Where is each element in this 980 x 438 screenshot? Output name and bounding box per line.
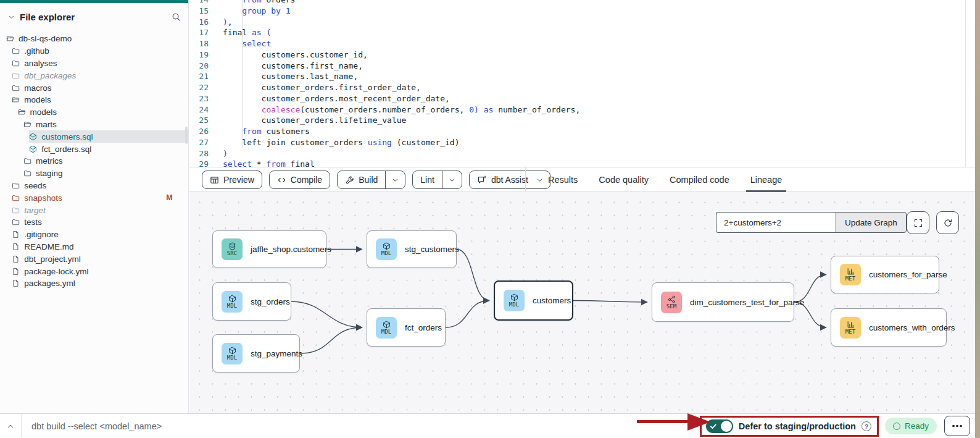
tab-code-quality[interactable]: Code quality bbox=[599, 167, 649, 192]
folder-icon bbox=[12, 194, 20, 202]
tree-item-label: metrics bbox=[36, 156, 63, 166]
tree-item-tests[interactable]: tests bbox=[12, 216, 188, 229]
tree-item-macros[interactable]: macros bbox=[12, 82, 188, 94]
code-line-14: 14 from orders bbox=[189, 0, 975, 6]
tree-item-label: packages.yml bbox=[24, 279, 75, 288]
lineage-node-for-parse[interactable]: METcustomers_for_parse bbox=[831, 256, 939, 293]
lint-dropdown[interactable] bbox=[442, 171, 462, 188]
tree-item-models[interactable]: models bbox=[12, 94, 188, 106]
lineage-node-fct-orders[interactable]: MDLfct_orders bbox=[367, 308, 446, 347]
node-type-badge-sem: SEM bbox=[661, 292, 682, 313]
lineage-node-dim-customers[interactable]: SEMdim_customers_test_for_parse bbox=[652, 282, 794, 322]
node-type-badge-mdl: MDL bbox=[504, 290, 525, 311]
code-line-26: 26 from customers bbox=[189, 126, 975, 137]
tree-item-label: README.md bbox=[24, 242, 73, 251]
sidebar-scrollbar[interactable] bbox=[185, 127, 188, 144]
line-number: 14 bbox=[189, 0, 217, 6]
line-number: 17 bbox=[189, 27, 217, 38]
code-line-28: 28) bbox=[189, 148, 975, 159]
lineage-node-stg-customers[interactable]: MDLstg_customers bbox=[367, 230, 457, 268]
lineage-panel: Update Graph SRCjaffle_shop.customersMDL… bbox=[189, 192, 975, 413]
refresh-icon bbox=[943, 218, 953, 228]
help-icon[interactable]: ? bbox=[861, 420, 872, 431]
line-number: 15 bbox=[189, 6, 217, 17]
chevron-down-icon[interactable] bbox=[7, 13, 15, 21]
code-line-16: 16), bbox=[189, 17, 975, 28]
tree-item-label: marts bbox=[36, 120, 57, 129]
tree-item-models[interactable]: models bbox=[18, 106, 188, 119]
fullscreen-button[interactable] bbox=[907, 211, 929, 234]
dbt-command-input[interactable] bbox=[22, 414, 700, 438]
status-badge[interactable]: Ready bbox=[885, 418, 937, 434]
build-label: Build bbox=[359, 175, 378, 185]
lint-button[interactable]: Lint bbox=[412, 171, 462, 189]
lineage-node-stg-orders[interactable]: MDLstg_orders bbox=[212, 282, 291, 321]
tree-item-metrics[interactable]: metrics bbox=[23, 155, 188, 167]
tree-item-staging[interactable]: staging bbox=[23, 167, 188, 180]
code-editor[interactable]: 14 from orders15 group by 116),17final a… bbox=[189, 0, 975, 167]
line-number: 16 bbox=[189, 17, 217, 28]
compile-button[interactable]: Compile bbox=[269, 171, 330, 189]
edge-customers-to-dim_customers bbox=[573, 301, 647, 303]
line-number: 20 bbox=[189, 61, 217, 72]
model-icon bbox=[383, 321, 391, 329]
code-line-25: 25 customer_orders.lifetime_value bbox=[189, 115, 975, 126]
build-dropdown[interactable] bbox=[385, 171, 405, 188]
editor-scrollbar-track[interactable] bbox=[965, 0, 966, 167]
defer-label: Defer to staging/production bbox=[739, 421, 856, 431]
tree-item-packages-yml[interactable]: packages.yml bbox=[12, 277, 188, 290]
tree-item-analyses[interactable]: analyses bbox=[12, 57, 188, 70]
build-button[interactable]: Build bbox=[337, 171, 405, 189]
expand-command-bar-button[interactable] bbox=[0, 414, 21, 438]
preview-button[interactable]: Preview bbox=[202, 171, 262, 189]
tree-item-label: fct_orders.sql bbox=[41, 145, 91, 154]
build-icon bbox=[345, 175, 354, 185]
tree-item-dbt-packages[interactable]: dbt_packages bbox=[12, 69, 188, 82]
folder-open-icon bbox=[18, 108, 26, 116]
tab-lineage[interactable]: Lineage bbox=[750, 167, 783, 192]
code-line-20: 20 customers.first_name, bbox=[189, 61, 975, 72]
tree-item-readme-md[interactable]: README.md bbox=[12, 241, 188, 253]
node-label: stg_customers bbox=[405, 245, 459, 254]
tree-item-db-sl-qs-demo[interactable]: db-sl-qs-demo bbox=[6, 33, 188, 45]
code-lines: 14 from orders15 group by 116),17final a… bbox=[189, 0, 975, 167]
folder-icon bbox=[12, 206, 20, 214]
tree-item-target[interactable]: target bbox=[12, 204, 188, 216]
tab-compiled-code[interactable]: Compiled code bbox=[670, 167, 729, 192]
lineage-node-stg-payments[interactable]: MDLstg_payments bbox=[212, 334, 300, 373]
refresh-graph-button[interactable] bbox=[936, 211, 959, 234]
tree-item-customers-sql[interactable]: customers.sql bbox=[29, 130, 188, 143]
node-label: stg_payments bbox=[251, 349, 302, 358]
line-number: 23 bbox=[189, 93, 217, 104]
tree-item-seeds[interactable]: seeds bbox=[12, 180, 188, 192]
model-icon bbox=[383, 242, 391, 250]
met-icon bbox=[847, 267, 855, 276]
met-icon bbox=[847, 321, 855, 329]
tree-item-fct-orders-sql[interactable]: fct_orders.sql bbox=[29, 143, 188, 155]
lineage-selector-input[interactable] bbox=[716, 212, 836, 233]
tree-item-dbt-project-yml[interactable]: dbt_project.yml bbox=[12, 253, 188, 265]
tree-item-snapshots[interactable]: snapshotsM bbox=[12, 192, 188, 204]
lineage-node-customers[interactable]: MDLcustomers bbox=[494, 280, 573, 321]
line-number: 19 bbox=[189, 49, 217, 61]
tree-item-package-lock-yml[interactable]: package-lock.yml bbox=[12, 265, 188, 277]
git-modified-badge: M bbox=[166, 193, 172, 202]
more-options-button[interactable] bbox=[944, 416, 970, 436]
line-number: 22 bbox=[189, 82, 217, 93]
check-icon bbox=[710, 423, 717, 430]
folder-icon bbox=[23, 157, 31, 165]
code-line-22: 22 customer_orders.first_order_date, bbox=[189, 82, 975, 93]
update-graph-button[interactable]: Update Graph bbox=[836, 212, 907, 233]
model-cube-icon bbox=[29, 133, 37, 141]
tree-item--gitignore[interactable]: .gitignore bbox=[12, 229, 188, 241]
tree-item-label: .gitignore bbox=[24, 230, 59, 239]
tab-results[interactable]: Results bbox=[548, 167, 578, 192]
edge-stg_payments-to-fct_orders bbox=[300, 327, 362, 353]
lineage-node-with-orders[interactable]: METcustomers_with_orders bbox=[831, 308, 947, 347]
tree-item-marts[interactable]: marts bbox=[23, 119, 188, 131]
search-icon[interactable] bbox=[172, 12, 181, 22]
file-icon bbox=[12, 279, 20, 287]
lineage-node-src-jaffle[interactable]: SRCjaffle_shop.customers bbox=[212, 230, 326, 268]
tree-item--github[interactable]: .github bbox=[12, 45, 188, 57]
node-type-label: SEM bbox=[666, 303, 676, 310]
